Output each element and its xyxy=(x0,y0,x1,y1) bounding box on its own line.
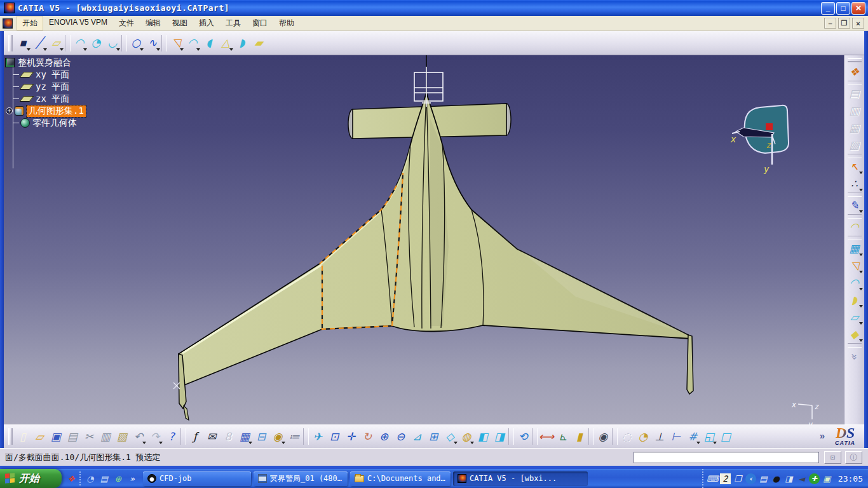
menu-view[interactable]: 视图 xyxy=(166,16,193,30)
support-patterns-icon[interactable]: ▦ xyxy=(846,240,864,257)
doc-info-button[interactable]: ⓘ xyxy=(845,451,862,464)
network-tray-icon[interactable]: ◨ xyxy=(783,473,794,484)
gsd-workbench-icon[interactable]: ❖ xyxy=(846,64,864,81)
cut-icon[interactable]: ✂ xyxy=(81,428,97,445)
sketcher-icon[interactable]: ✎ xyxy=(846,197,864,214)
multi-view-icon[interactable]: ⊞ xyxy=(425,428,442,445)
formula-icon[interactable]: ƒ xyxy=(187,428,203,445)
circle-icon[interactable]: ○ xyxy=(128,34,144,52)
whats-this-icon[interactable]: ? xyxy=(163,428,180,445)
copy-icon[interactable]: ▥ xyxy=(97,428,114,445)
catalog-icon-3[interactable]: ▦ xyxy=(846,119,864,137)
hide-tray-icons-button[interactable]: ‹ xyxy=(745,473,756,484)
nose-wireframe-box[interactable] xyxy=(414,67,443,107)
measure-between-icon[interactable]: ⟷ xyxy=(538,428,555,445)
maximize-button[interactable]: □ xyxy=(836,2,850,15)
zoom-in-icon[interactable]: ⊕ xyxy=(376,428,392,445)
restore-window-tray-icon[interactable]: ❐ xyxy=(733,473,743,484)
constraints-icon[interactable]: ⊟ xyxy=(253,428,269,445)
pan-icon[interactable]: ✛ xyxy=(342,428,359,445)
new-document-icon[interactable]: ▯ xyxy=(15,428,31,445)
dome-surface-icon[interactable]: ◠ xyxy=(846,274,864,292)
rotate-icon[interactable]: ↻ xyxy=(359,428,376,445)
catalog-icon-4[interactable]: ▧ xyxy=(846,137,864,154)
sweep-surface-icon[interactable]: ◗ xyxy=(846,292,864,309)
normal-view-icon[interactable]: ⊿ xyxy=(409,428,425,445)
translate-icon[interactable]: ▱ xyxy=(846,309,864,326)
expand-plus-icon[interactable]: + xyxy=(6,107,13,114)
selection-sets-icon[interactable]: ∴ xyxy=(846,175,864,193)
rotate-object-icon[interactable]: ⟲ xyxy=(515,428,531,445)
media-player-quick-icon[interactable]: ▤ xyxy=(98,473,110,484)
mdi-minimize-button[interactable]: – xyxy=(824,18,836,29)
work-grid-icon[interactable]: # xyxy=(684,428,701,445)
offset-surface-icon[interactable]: ◡ xyxy=(104,34,121,52)
lock-icon[interactable]: ◉ xyxy=(269,428,286,445)
box-icon[interactable]: □ xyxy=(717,428,734,445)
fly-mode-icon[interactable]: ✈ xyxy=(309,428,326,445)
menu-edit[interactable]: 编辑 xyxy=(140,16,166,30)
point-icon[interactable]: ▪ xyxy=(15,34,31,52)
thick-surface-icon[interactable]: ▰ xyxy=(250,34,267,52)
tree-xy-plane[interactable]: xy 平面 xyxy=(5,69,86,81)
extrude-surface-icon[interactable]: ◠ xyxy=(71,34,88,52)
catia-p2-icon[interactable]: ◌ xyxy=(618,428,635,445)
security-shield-tray-icon[interactable]: ✚ xyxy=(809,473,820,484)
loft-surface-icon[interactable]: △ xyxy=(217,34,234,52)
mdi-restore-button[interactable]: ❐ xyxy=(838,18,850,29)
aircraft-model[interactable] xyxy=(179,92,693,420)
quick-launch-swirl-icon[interactable]: ❖ xyxy=(65,473,77,484)
undo-icon[interactable]: ↶ xyxy=(130,428,147,445)
tree-geometric-set[interactable]: + 几何图形集.1 xyxy=(5,105,86,117)
tree-root[interactable]: 整机翼身融合 xyxy=(5,57,86,69)
task-explorer[interactable]: C:\Documents and... xyxy=(350,471,451,486)
menu-help[interactable]: 帮助 xyxy=(273,16,300,30)
save-icon[interactable]: ▣ xyxy=(48,428,64,445)
link-icon[interactable]: ≔ xyxy=(286,428,302,445)
qq-tray-icon[interactable]: ● xyxy=(771,473,782,484)
catalog-icon-2[interactable]: ▥ xyxy=(846,102,864,119)
more-tools-chevron-icon[interactable]: » xyxy=(846,348,864,365)
menu-file[interactable]: 文件 xyxy=(113,16,140,30)
storage-tray-icon[interactable]: ▣ xyxy=(822,473,832,484)
extract-surface-icon[interactable]: ◆ xyxy=(846,326,864,343)
plane-icon[interactable]: ▱ xyxy=(48,34,64,52)
blend-surface-icon[interactable]: ◗ xyxy=(234,34,250,52)
task-cfd-job[interactable]: CFD-job xyxy=(143,471,251,486)
compass-free-rotation-handle[interactable] xyxy=(766,123,773,130)
media-player-tray-icon[interactable]: ▤ xyxy=(758,473,769,484)
zoom-out-icon[interactable]: ⊖ xyxy=(392,428,409,445)
open-folder-icon[interactable]: ▱ xyxy=(31,428,48,445)
line-icon[interactable]: ╱ xyxy=(31,34,48,52)
redo-icon[interactable]: ↷ xyxy=(147,428,163,445)
task-catia[interactable]: CATIA V5 - [wbxi... xyxy=(453,471,588,486)
menu-tools[interactable]: 工具 xyxy=(220,16,247,30)
menu-window[interactable]: 窗口 xyxy=(247,16,273,30)
split-surface-icon[interactable]: ◠ xyxy=(184,34,201,52)
dialog-toggle-button[interactable]: ⊡ xyxy=(824,451,841,464)
catalog-icon-1[interactable]: ▤ xyxy=(846,85,864,102)
tree-part-body[interactable]: 零件几何体 xyxy=(5,117,86,129)
select-arrow-icon[interactable]: ↖ xyxy=(846,158,864,175)
task-media-player[interactable]: 冥界警局_01 (480... xyxy=(254,471,348,486)
capture-icon[interactable]: ◉ xyxy=(595,428,611,445)
3d-viewport[interactable]: x z y x z y 整机翼身融合 xyxy=(4,55,844,424)
green-plus-icon[interactable]: ⊕ xyxy=(112,473,124,484)
close-button[interactable]: ✕ xyxy=(851,2,865,15)
comment-icon[interactable]: ✉ xyxy=(203,428,220,445)
more-toolbar-chevron[interactable]: » xyxy=(820,430,825,441)
tree-zx-plane[interactable]: zx 平面 xyxy=(5,93,86,105)
projection-icon[interactable]: ◹ xyxy=(846,257,864,274)
shade-edges-icon[interactable]: ◧ xyxy=(475,428,491,445)
join-surface-icon[interactable]: ◹ xyxy=(168,34,184,52)
show-desktop-icon[interactable]: ◔ xyxy=(85,473,96,484)
spline-icon[interactable]: ∿ xyxy=(144,34,161,52)
tree-yz-plane[interactable]: yz 平面 xyxy=(5,81,86,93)
keyboard-tray-icon[interactable]: ⌨ xyxy=(707,473,718,484)
measure-item-icon[interactable]: ⊾ xyxy=(555,428,571,445)
box-view-icon[interactable]: ◱ xyxy=(701,428,717,445)
measure-inertia-icon[interactable]: ▮ xyxy=(571,428,588,445)
axis-system-icon[interactable]: ⊥ xyxy=(651,428,668,445)
quick-launch-chevron[interactable]: » xyxy=(126,473,138,484)
mdi-close-button[interactable]: × xyxy=(852,18,864,29)
